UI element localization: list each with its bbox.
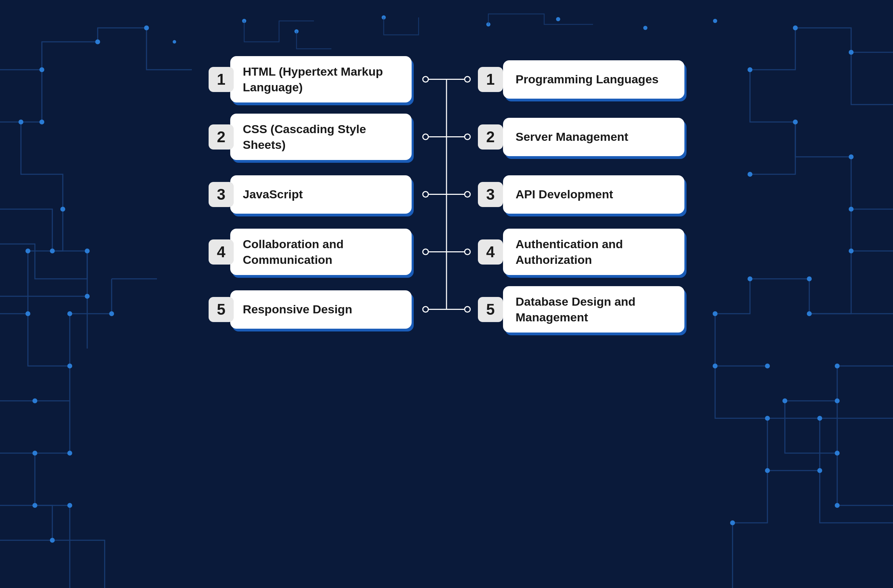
left-number-badge-1: 1 (209, 67, 234, 92)
right-skill-label-2: Server Management (516, 129, 628, 144)
svg-point-67 (423, 249, 428, 255)
columns-body: 1 HTML (Hypertext Markup Language) 2 CSS… (115, 56, 778, 344)
svg-point-56 (465, 76, 470, 82)
left-number-badge-3: 3 (209, 182, 234, 207)
left-skill-card-4: Collaboration and Communication (230, 229, 412, 274)
connector-area (412, 56, 481, 344)
right-skill-label-3: API Development (516, 186, 613, 202)
right-skill-item-2: Server Management 2 (481, 113, 684, 160)
svg-point-55 (423, 76, 428, 82)
right-number-badge-5: 5 (478, 297, 503, 322)
right-skills-column: Programming Languages 1 Server Managemen… (481, 56, 778, 333)
left-skill-label-2: CSS (Cascading Style Sheets) (243, 121, 399, 152)
left-skills-column: 1 HTML (Hypertext Markup Language) 2 CSS… (115, 56, 412, 333)
left-skill-label-1: HTML (Hypertext Markup Language) (243, 64, 399, 94)
left-number-badge-2: 2 (209, 124, 234, 150)
left-skill-item-2: 2 CSS (Cascading Style Sheets) (209, 113, 412, 160)
right-skill-item-4: Authentication and Authorization 4 (481, 228, 684, 275)
left-skill-card-5: Responsive Design (230, 290, 412, 328)
right-number-badge-1: 1 (478, 67, 503, 92)
right-skill-label-1: Programming Languages (516, 72, 658, 87)
left-skill-label-5: Responsive Design (243, 302, 352, 317)
right-number-badge-2: 2 (478, 124, 503, 150)
svg-point-68 (465, 249, 470, 255)
left-skill-item-3: 3 JavaScript (209, 171, 412, 218)
right-number-badge-3: 3 (478, 182, 503, 207)
left-skill-item-1: 1 HTML (Hypertext Markup Language) (209, 56, 412, 103)
right-skill-label-5: Database Design and Management (516, 294, 672, 324)
right-skill-item-5: Database Design and Management 5 (481, 286, 684, 333)
svg-point-59 (423, 134, 428, 140)
right-skill-card-1: Programming Languages (503, 60, 684, 99)
right-skill-item-1: Programming Languages 1 (481, 56, 684, 103)
left-skill-label-3: JavaScript (243, 186, 303, 202)
right-skill-item-3: API Development 3 (481, 171, 684, 218)
left-number-badge-5: 5 (209, 297, 234, 322)
left-skill-label-4: Collaboration and Communication (243, 236, 399, 267)
left-number-badge-4: 4 (209, 240, 234, 264)
svg-point-72 (465, 307, 470, 312)
right-skill-card-5: Database Design and Management (503, 286, 684, 332)
svg-point-60 (465, 134, 470, 140)
svg-point-71 (423, 307, 428, 312)
svg-point-63 (423, 192, 428, 197)
right-skill-card-4: Authentication and Authorization (503, 229, 684, 274)
left-skill-item-5: 5 Responsive Design (209, 286, 412, 333)
left-skill-card-2: CSS (Cascading Style Sheets) (230, 114, 412, 160)
left-skill-card-3: JavaScript (230, 176, 412, 214)
right-number-badge-4: 4 (478, 240, 503, 264)
left-skill-item-4: 4 Collaboration and Communication (209, 228, 412, 275)
right-skill-card-2: Server Management (503, 118, 684, 156)
svg-point-64 (465, 192, 470, 197)
left-skill-card-1: HTML (Hypertext Markup Language) (230, 56, 412, 102)
right-skill-label-4: Authentication and Authorization (516, 236, 672, 267)
main-content: 1 HTML (Hypertext Markup Language) 2 CSS… (0, 0, 893, 588)
right-skill-card-3: API Development (503, 176, 684, 214)
